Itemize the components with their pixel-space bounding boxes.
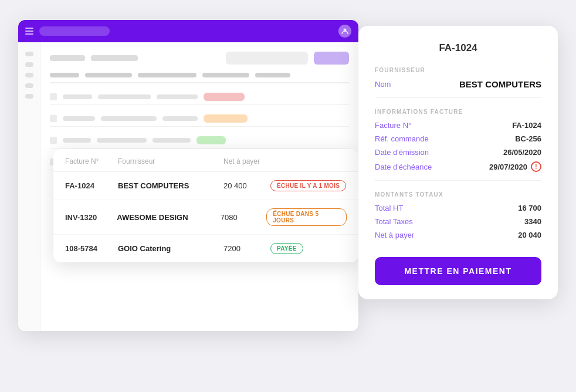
date-emission-row: Date d'émission 26/05/2020: [375, 148, 541, 157]
sidebar-item[interactable]: [25, 83, 33, 88]
titlebar-avatar[interactable]: [338, 25, 351, 38]
invoice-num: INV-1320: [65, 213, 117, 222]
date-echeance-row: Date d'échéance 29/07/2020 !: [375, 161, 541, 172]
badge-skeleton: [204, 93, 245, 101]
section-label-fournisseur: FOURNISSEUR: [375, 67, 541, 73]
total-taxes-row: Total Taxes 3340: [375, 217, 541, 226]
subheader-skeleton: [91, 55, 138, 61]
sidebar: [18, 42, 40, 331]
invoice-id-title: FA-1024: [375, 42, 541, 54]
date-echeance-value: 29/07/2020 !: [489, 161, 541, 172]
cell-skeleton: [98, 94, 151, 99]
table-header-skeleton: [50, 73, 349, 83]
badge-skeleton: [204, 114, 248, 123]
invoice-net: 7200: [223, 244, 270, 253]
checkbox-skeleton: [50, 93, 57, 100]
invoice-fournisseur: GOIO Catering: [118, 244, 223, 253]
scene: Facture N° Fournisseur Net à payer FA-10…: [18, 20, 558, 372]
cell-skeleton: [157, 94, 198, 99]
table-row[interactable]: FA-1024 BEST COMPUTERS 20 400 ÉCHUE IL Y…: [53, 172, 358, 200]
invoice-fournisseur: BEST COMPUTERS: [118, 181, 223, 190]
invoice-fournisseur: AWESOME DESIGN: [117, 213, 221, 222]
divider: [375, 180, 541, 181]
net-payer-value: 20 040: [518, 231, 541, 239]
pay-button[interactable]: METTRE EN PAIEMENT: [375, 257, 541, 285]
cell-skeleton: [63, 94, 92, 99]
total-ht-row: Total HT 16 700: [375, 204, 541, 212]
ref-commande-row: Réf. commande BC-256: [375, 134, 541, 143]
fournisseur-row: Nom BEST COMPUTERS: [375, 79, 541, 89]
date-emission-value: 26/05/2020: [503, 148, 541, 157]
titlebar: [18, 20, 358, 42]
sidebar-item[interactable]: [25, 73, 33, 77]
col-skeleton: [50, 73, 79, 77]
date-emission-label: Date d'émission: [375, 148, 439, 157]
invoice-num: 108-5784: [65, 244, 118, 253]
total-taxes-value: 3340: [524, 217, 541, 226]
fournisseur-value: BEST COMPUTERS: [459, 79, 541, 89]
col-header-num: Facture N°: [65, 157, 118, 165]
col-header-net: Net à payer: [223, 157, 347, 165]
action-button-skeleton: [314, 52, 349, 65]
facture-num-label: Facture N°: [375, 121, 439, 130]
skeleton-row: [50, 89, 349, 105]
total-ht-label: Total HT: [375, 204, 439, 212]
net-payer-row: Net à payer 20 040: [375, 231, 541, 239]
invoice-net: 20 400: [223, 181, 270, 190]
checkbox-skeleton: [50, 137, 57, 144]
cell-skeleton: [97, 138, 147, 143]
titlebar-search-bar: [39, 26, 110, 36]
status-badge-paid: PAYÉE: [270, 243, 303, 254]
date-echeance-label: Date d'échéance: [375, 163, 439, 171]
table-row[interactable]: INV-1320 AWESOME DESIGN 7080 ÉCHUE DANS …: [53, 200, 358, 235]
search-bar-skeleton: [226, 52, 308, 65]
cell-skeleton: [162, 116, 198, 121]
skeleton-row: [50, 133, 349, 148]
table-header: Facture N° Fournisseur Net à payer: [53, 149, 358, 172]
total-taxes-label: Total Taxes: [375, 217, 439, 226]
divider: [375, 97, 541, 98]
ref-commande-value: BC-256: [515, 134, 541, 143]
sidebar-item[interactable]: [25, 62, 33, 67]
facture-num-value: FA-1024: [512, 121, 541, 130]
detail-panel: FA-1024 FOURNISSEUR Nom BEST COMPUTERS I…: [358, 26, 558, 299]
skeleton-row: [50, 111, 349, 127]
section-label-montants: MONTANTS TOTAUX: [375, 191, 541, 198]
col-skeleton: [255, 73, 290, 77]
subheader: [50, 52, 349, 65]
col-skeleton: [202, 73, 249, 77]
invoice-num: FA-1024: [65, 181, 118, 190]
subheader-skeleton: [50, 55, 85, 61]
col-skeleton: [138, 73, 196, 77]
badge-skeleton: [196, 136, 226, 144]
cell-skeleton: [63, 116, 95, 121]
net-payer-label: Net à payer: [375, 231, 439, 239]
status-badge-overdue-1month: ÉCHUE IL Y A 1 MOIS: [270, 180, 346, 191]
col-skeleton: [85, 73, 132, 77]
warning-icon: !: [531, 161, 541, 172]
invoice-net: 7080: [221, 213, 266, 222]
table-row[interactable]: 108-5784 GOIO Catering 7200 PAYÉE: [53, 235, 358, 262]
facture-num-row: Facture N° FA-1024: [375, 121, 541, 130]
cell-skeleton: [153, 138, 191, 143]
invoice-table-card: Facture N° Fournisseur Net à payer FA-10…: [53, 149, 358, 262]
section-label-info-facture: INFORMATIONS FACTURE: [375, 109, 541, 115]
status-badge-due-soon: ÉCHUE DANS 5 JOURS: [266, 208, 347, 226]
checkbox-skeleton: [50, 115, 57, 122]
cell-skeleton: [63, 138, 91, 143]
sidebar-item[interactable]: [25, 94, 33, 99]
col-header-fournisseur: Fournisseur: [118, 157, 223, 165]
cell-skeleton: [101, 116, 157, 121]
sidebar-item[interactable]: [25, 52, 33, 56]
hamburger-icon[interactable]: [25, 28, 33, 35]
fournisseur-label: Nom: [375, 80, 439, 89]
total-ht-value: 16 700: [518, 204, 541, 212]
ref-commande-label: Réf. commande: [375, 134, 439, 143]
